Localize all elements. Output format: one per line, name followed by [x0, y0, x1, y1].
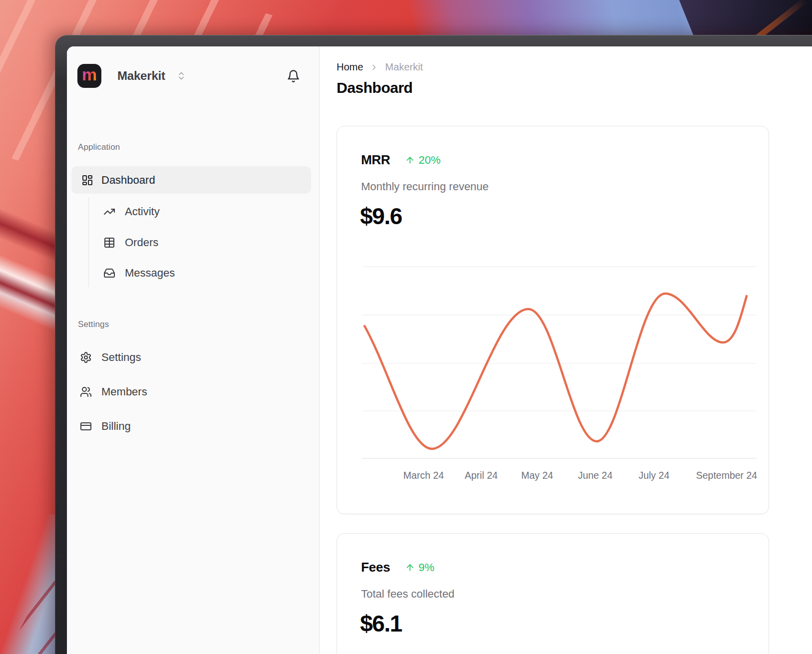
- sidebar-item-label: Orders: [125, 236, 158, 249]
- sidebar: m Makerkit Application Dashboard: [67, 46, 320, 654]
- fees-card-header: Fees 9%: [361, 560, 434, 575]
- nav-indent-guide: [88, 197, 89, 287]
- sidebar-item-label: Dashboard: [101, 174, 155, 187]
- main-content: Home Makerkit Dashboard MRR 20% Monthly …: [320, 46, 812, 654]
- card-title: Fees: [361, 560, 390, 575]
- x-axis-labels: March 24April 24May 24June 24July 24Sept…: [362, 470, 757, 483]
- inbox-icon: [103, 267, 115, 279]
- table-icon: [103, 237, 115, 249]
- card-subtitle: Total fees collected: [361, 588, 454, 601]
- sidebar-item-label: Members: [101, 385, 147, 398]
- breadcrumb-home-link[interactable]: Home: [337, 61, 363, 73]
- x-axis-label: March 24: [404, 470, 444, 481]
- sidebar-item-dashboard[interactable]: Dashboard: [71, 166, 311, 194]
- mrr-card: MRR 20% Monthly recurring revenue $9.6: [337, 126, 769, 514]
- card-subtitle: Monthly recurring revenue: [361, 180, 489, 193]
- trend-percent: 9%: [418, 561, 434, 574]
- card-title: MRR: [361, 152, 390, 168]
- section-label-settings: Settings: [78, 320, 109, 329]
- sidebar-item-members[interactable]: Members: [80, 380, 147, 404]
- sidebar-item-label: Billing: [101, 420, 131, 433]
- sidebar-item-label: Activity: [125, 205, 160, 218]
- chevron-right-icon: [370, 63, 379, 72]
- trend-percent: 20%: [418, 154, 440, 167]
- trend-badge: 20%: [405, 154, 440, 167]
- layout-dashboard-icon: [81, 174, 93, 186]
- page-title: Dashboard: [337, 79, 412, 96]
- sidebar-item-activity[interactable]: Activity: [103, 200, 160, 224]
- x-axis-label: September 24: [696, 470, 758, 481]
- trending-up-icon: [103, 206, 115, 218]
- card-value: $6.1: [360, 609, 402, 639]
- breadcrumb: Home Makerkit: [337, 61, 423, 73]
- gear-icon: [80, 351, 92, 363]
- sidebar-item-orders[interactable]: Orders: [103, 231, 158, 255]
- fees-card: Fees 9% Total fees collected $6.1: [337, 533, 769, 654]
- x-axis-label: June 24: [578, 470, 612, 481]
- workspace-name: Makerkit: [117, 69, 165, 83]
- users-icon: [80, 386, 92, 398]
- mrr-card-header: MRR 20%: [361, 152, 440, 168]
- x-axis-label: July 24: [639, 470, 670, 481]
- breadcrumb-current: Makerkit: [385, 61, 423, 73]
- arrow-up-icon: [405, 155, 415, 165]
- mrr-line-chart: [362, 256, 757, 461]
- sidebar-item-settings[interactable]: Settings: [80, 345, 141, 369]
- credit-card-icon: [80, 420, 92, 432]
- trend-badge: 9%: [405, 561, 434, 574]
- sidebar-item-label: Settings: [101, 351, 141, 364]
- sidebar-item-messages[interactable]: Messages: [103, 261, 175, 285]
- sidebar-item-label: Messages: [125, 267, 175, 280]
- chevrons-up-down-icon[interactable]: [176, 70, 186, 82]
- x-axis-label: April 24: [465, 470, 498, 481]
- x-axis-label: May 24: [521, 470, 553, 481]
- workspace-selector-row: m Makerkit: [77, 64, 300, 88]
- makerkit-logo[interactable]: m: [77, 64, 101, 88]
- laptop-screen-bezel: m Makerkit Application Dashboard: [55, 35, 812, 654]
- card-value: $9.6: [360, 201, 402, 231]
- makerkit-app-window: m Makerkit Application Dashboard: [67, 46, 812, 654]
- logo-letter: m: [82, 66, 97, 86]
- sidebar-item-billing[interactable]: Billing: [80, 414, 131, 438]
- bell-icon[interactable]: [287, 69, 300, 83]
- arrow-up-icon: [405, 563, 415, 573]
- section-label-application: Application: [78, 142, 120, 152]
- mrr-line-series: [365, 294, 747, 449]
